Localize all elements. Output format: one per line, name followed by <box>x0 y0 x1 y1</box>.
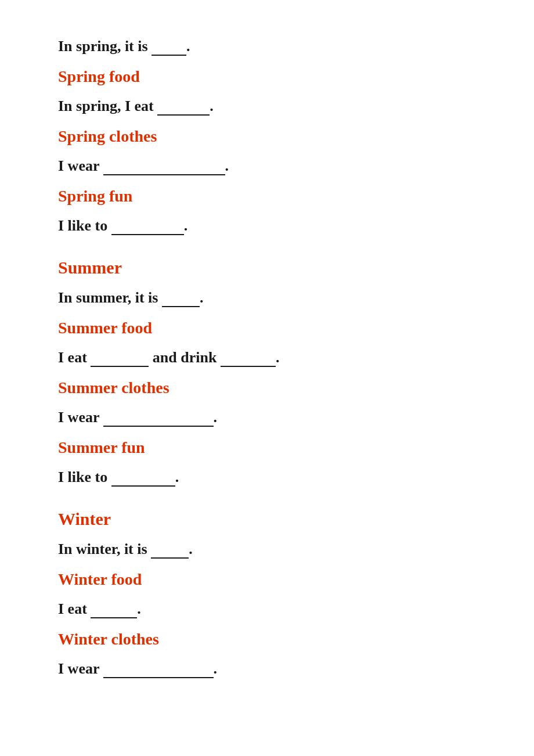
summer-heading: Summer <box>58 254 476 280</box>
summer-food-blank-drink <box>221 365 276 367</box>
spring-weather-line: In spring, it is . <box>58 35 476 57</box>
winter-clothes-heading: Winter clothes <box>58 627 476 651</box>
summer-fun-label: I like to <box>58 469 107 485</box>
spring-food-label: In spring, I eat <box>58 98 154 114</box>
spring-clothes-heading: Spring clothes <box>58 124 476 149</box>
summer-weather-blank <box>162 305 200 307</box>
winter-food-blank <box>91 616 137 618</box>
spring-fun-label: I like to <box>58 217 107 234</box>
winter-weather-line: In winter, it is . <box>58 538 476 560</box>
summer-fun-line: I like to . <box>58 466 476 488</box>
summer-clothes-blank <box>103 424 214 427</box>
spring-weather-blank <box>151 53 186 56</box>
spring-section: In spring, it is . Spring food In spring… <box>58 35 476 237</box>
winter-weather-blank <box>151 556 189 559</box>
spring-food-blank <box>157 113 210 116</box>
summer-weather-label: In summer, it is <box>58 289 158 306</box>
summer-food-label-eat: I eat <box>58 349 87 366</box>
spring-clothes-blank <box>103 173 225 175</box>
spring-food-line: In spring, I eat . <box>58 95 476 117</box>
spring-fun-line: I like to . <box>58 214 476 237</box>
summer-food-blank-eat <box>91 365 149 367</box>
winter-food-line: I eat . <box>58 597 476 620</box>
winter-weather-label: In winter, it is <box>58 541 147 557</box>
spring-weather-label: In spring, it is <box>58 38 148 55</box>
winter-food-heading: Winter food <box>58 567 476 592</box>
winter-clothes-line: I wear . <box>58 657 476 680</box>
summer-weather-line: In summer, it is . <box>58 286 476 309</box>
summer-section: Summer In summer, it is . Summer food I … <box>58 254 476 488</box>
summer-clothes-line: I wear . <box>58 406 476 429</box>
summer-clothes-label: I wear <box>58 409 99 426</box>
winter-section: Winter In winter, it is . Winter food I … <box>58 506 476 680</box>
summer-food-line: I eat and drink . <box>58 346 476 369</box>
summer-fun-blank <box>111 484 175 487</box>
spring-clothes-label: I wear <box>58 157 99 174</box>
spring-fun-blank <box>111 233 184 235</box>
spring-fun-heading: Spring fun <box>58 184 476 208</box>
spring-food-heading: Spring food <box>58 64 476 89</box>
winter-food-label: I eat <box>58 600 87 617</box>
summer-clothes-heading: Summer clothes <box>58 376 476 400</box>
spring-clothes-line: I wear . <box>58 154 476 177</box>
winter-clothes-label: I wear <box>58 660 99 677</box>
summer-food-heading: Summer food <box>58 316 476 340</box>
summer-food-label-drink: and drink <box>153 349 217 366</box>
winter-heading: Winter <box>58 506 476 532</box>
summer-fun-heading: Summer fun <box>58 435 476 460</box>
winter-clothes-blank <box>103 676 214 678</box>
